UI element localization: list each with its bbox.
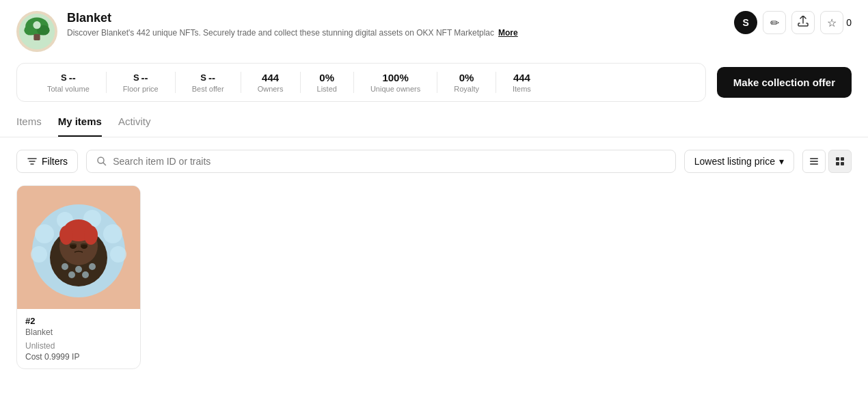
nft-status: Unlisted: [25, 341, 132, 351]
share-icon: [798, 16, 809, 29]
star-count-label: 0: [846, 17, 852, 28]
currency-icon-2: S: [133, 72, 139, 83]
svg-rect-4: [33, 34, 40, 40]
tab-items[interactable]: Items: [16, 116, 42, 137]
items-value: 444: [513, 72, 530, 83]
star-icon: ☆: [827, 16, 837, 29]
header-actions: S ✏ ☆ 0: [734, 11, 852, 34]
svg-rect-10: [836, 157, 839, 161]
svg-point-21: [31, 246, 47, 263]
svg-rect-13: [841, 162, 844, 165]
nft-card[interactable]: #2 Blanket Unlisted Cost 0.9999 IP: [16, 185, 141, 369]
search-icon: [96, 156, 107, 167]
stat-listed: 0% Listed: [301, 72, 354, 93]
user-avatar[interactable]: S: [734, 11, 757, 34]
svg-point-29: [62, 263, 68, 270]
royalty-value: 0%: [459, 72, 474, 83]
tab-my-items[interactable]: My items: [58, 116, 102, 137]
unique-owners-label: Unique owners: [370, 85, 420, 93]
search-input[interactable]: [113, 156, 666, 167]
stat-unique-owners: 100% Unique owners: [354, 72, 437, 93]
total-volume-label: Total volume: [47, 85, 90, 93]
nft-image: [17, 186, 140, 309]
stat-total-volume: S -- Total volume: [31, 72, 107, 93]
total-volume-value: --: [69, 72, 76, 83]
svg-point-32: [68, 271, 75, 278]
currency-icon: S: [61, 72, 67, 83]
nft-collection-name: Blanket: [25, 327, 132, 337]
stat-best-offer: S -- Best offer: [176, 72, 241, 93]
stats-bar: S -- Total volume S -- Floor price S -- …: [16, 63, 706, 102]
make-collection-offer-button[interactable]: Make collection offer: [717, 67, 852, 98]
list-view-button[interactable]: [802, 150, 826, 173]
svg-rect-11: [841, 157, 844, 161]
currency-icon-3: S: [200, 72, 206, 83]
svg-point-26: [84, 226, 98, 245]
svg-rect-12: [836, 162, 839, 165]
search-box: [86, 150, 676, 173]
collection-info: Blanket Discover Blanket's 442 unique NF…: [67, 11, 724, 38]
edit-button[interactable]: ✏: [763, 11, 786, 34]
nft-details: #2 Blanket Unlisted Cost 0.9999 IP: [17, 309, 140, 368]
grid-view-button[interactable]: [828, 150, 852, 173]
stat-owners: 444 Owners: [241, 72, 301, 93]
more-link[interactable]: More: [498, 28, 518, 38]
nft-grid: #2 Blanket Unlisted Cost 0.9999 IP: [0, 185, 868, 386]
filter-icon: [27, 156, 38, 167]
svg-rect-8: [810, 161, 818, 162]
stat-items: 444 Items: [496, 72, 547, 93]
best-offer-label: Best offer: [192, 85, 224, 93]
toolbar: Filters Lowest listing price ▾: [0, 137, 868, 185]
unique-owners-value: 100%: [382, 72, 408, 83]
svg-point-31: [89, 263, 96, 270]
collection-avatar: [16, 11, 57, 52]
owners-label: Owners: [258, 85, 284, 93]
nft-id: #2: [25, 316, 132, 326]
floor-price-label: Floor price: [123, 85, 159, 93]
chevron-down-icon: ▾: [779, 156, 784, 167]
stat-royalty: 0% Royalty: [437, 72, 496, 93]
svg-rect-9: [810, 163, 818, 165]
svg-point-33: [82, 271, 89, 278]
filter-button[interactable]: Filters: [16, 150, 78, 173]
list-view-icon: [809, 156, 819, 167]
collection-header: Blanket Discover Blanket's 442 unique NF…: [0, 0, 868, 52]
best-offer-value: --: [208, 72, 215, 83]
grid-view-icon: [835, 156, 845, 167]
items-label: Items: [513, 85, 531, 93]
floor-price-value: --: [141, 72, 148, 83]
collection-description: Discover Blanket's 442 unique NFTs. Secu…: [67, 28, 724, 38]
sort-label: Lowest listing price: [694, 156, 775, 167]
star-button[interactable]: ☆: [820, 11, 843, 34]
svg-point-5: [33, 21, 40, 29]
svg-point-25: [59, 226, 73, 245]
svg-point-16: [35, 224, 54, 243]
owners-value: 444: [262, 72, 279, 83]
stats-row: S -- Total volume S -- Floor price S -- …: [0, 52, 868, 102]
view-toggles: [802, 150, 852, 173]
tab-bar: Items My items Activity: [0, 102, 868, 137]
star-count-container[interactable]: ☆ 0: [820, 11, 852, 34]
listed-value: 0%: [319, 72, 334, 83]
edit-icon: ✏: [770, 16, 779, 29]
svg-rect-7: [810, 158, 818, 159]
collection-title: Blanket: [67, 11, 724, 25]
svg-point-19: [103, 224, 122, 243]
svg-point-30: [75, 266, 82, 273]
share-button[interactable]: [791, 11, 815, 34]
svg-point-20: [110, 246, 126, 263]
tab-activity[interactable]: Activity: [118, 116, 151, 137]
nft-cost: Cost 0.9999 IP: [25, 352, 132, 362]
sort-dropdown[interactable]: Lowest listing price ▾: [684, 150, 794, 173]
listed-label: Listed: [317, 85, 337, 93]
stat-floor-price: S -- Floor price: [107, 72, 176, 93]
royalty-label: Royalty: [454, 85, 479, 93]
